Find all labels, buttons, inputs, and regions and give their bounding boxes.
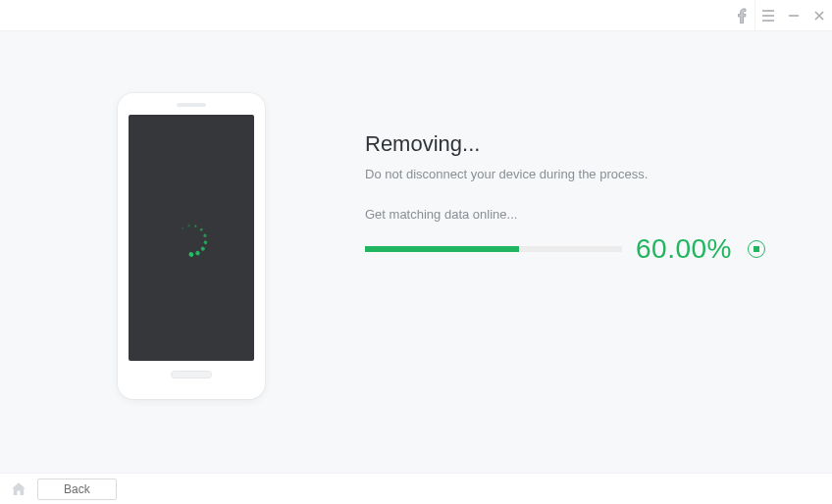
stop-icon — [754, 246, 759, 252]
facebook-icon[interactable] — [729, 0, 754, 30]
stop-button[interactable] — [748, 240, 765, 258]
subtext: Do not disconnect your device during the… — [365, 167, 783, 181]
progress-panel: Removing... Do not disconnect your devic… — [365, 131, 783, 265]
phone-speaker — [177, 103, 206, 107]
close-icon[interactable] — [806, 0, 832, 30]
phone-screen — [129, 115, 254, 361]
menu-icon[interactable] — [755, 0, 781, 30]
titlebar — [0, 0, 832, 31]
phone-body — [118, 93, 265, 399]
heading: Removing... — [365, 131, 783, 157]
minimize-icon[interactable] — [781, 0, 806, 30]
content-area: Removing... Do not disconnect your devic… — [0, 31, 832, 473]
footer: Back — [0, 473, 832, 504]
progress-fill — [365, 246, 519, 252]
progress-bar — [365, 246, 622, 252]
titlebar-controls — [729, 0, 832, 30]
progress-row: 60.00% — [365, 233, 783, 265]
progress-percent: 60.00% — [636, 233, 732, 265]
spinner-icon — [167, 213, 215, 261]
phone-home-button — [171, 371, 212, 378]
home-icon[interactable] — [10, 480, 27, 498]
phone-graphic — [118, 93, 265, 399]
back-button[interactable]: Back — [37, 479, 117, 500]
status-text: Get matching data online... — [365, 207, 783, 222]
